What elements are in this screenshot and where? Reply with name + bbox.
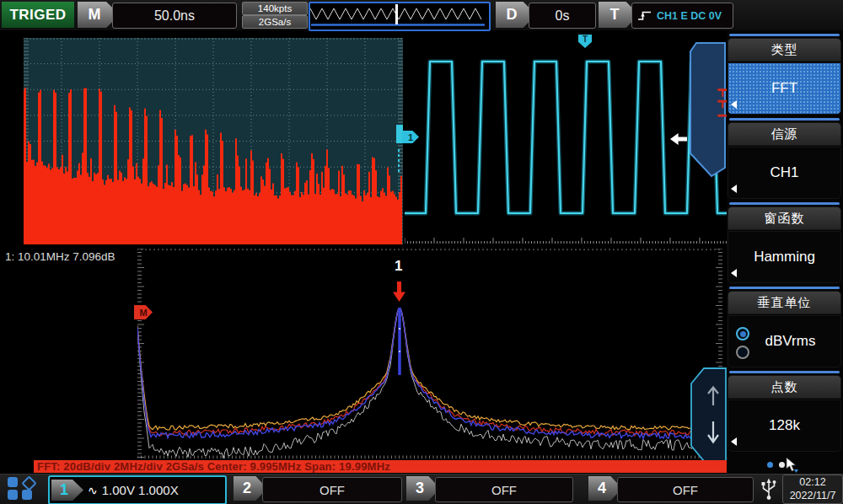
menu-value-label: FFT — [771, 80, 797, 97]
radio-unselected[interactable] — [736, 346, 749, 359]
trigger-source-label: CH1 E DC 0V — [657, 10, 722, 22]
rising-edge-icon — [637, 9, 652, 22]
channel1-number-badge: 1 — [51, 480, 83, 501]
apps-grid-icon[interactable] — [7, 477, 44, 501]
datetime-display[interactable]: 02:12 2022/11/7 — [782, 475, 843, 504]
menu-group-title: 信源 — [728, 122, 841, 146]
sidebar-item-source[interactable]: 信源 CH1 — [728, 118, 841, 199]
menu-group-value[interactable]: 128k — [728, 399, 841, 452]
menu-group-value[interactable]: dBVrms — [728, 315, 841, 367]
clock-time: 02:12 — [783, 476, 842, 490]
accent-strip — [729, 202, 840, 205]
menu-group-title: 窗函数 — [728, 206, 841, 230]
coupling-glyph-icon: ∿ — [88, 484, 98, 497]
accent-strip — [729, 287, 840, 289]
accent-strip — [729, 34, 840, 36]
svg-text:FFT: FFT — [714, 88, 727, 122]
menu-value-label: 128k — [769, 417, 800, 434]
usb-trident-icon — [759, 476, 779, 501]
channel3-status[interactable]: OFF — [435, 477, 573, 502]
clock-date: 2022/11/7 — [783, 490, 842, 503]
vertical-scroll-widget[interactable] — [690, 367, 727, 462]
sidebar-item-type[interactable]: 类型 FFT — [728, 34, 841, 115]
mouse-pointer-icon — [786, 457, 799, 474]
sidebar-item-vertical-unit[interactable]: 垂直单位 dBVrms — [728, 287, 841, 367]
left-triangle-icon — [731, 185, 737, 193]
sidebar-item-points[interactable]: 点数 128k — [728, 371, 841, 452]
left-triangle-icon — [731, 269, 737, 277]
menu-group-value[interactable]: FFT — [728, 62, 841, 115]
radio-selected[interactable] — [736, 327, 749, 340]
channel1-scale-label: 1.00V 1.000X — [102, 483, 179, 497]
timebase-value[interactable]: 50.0ns — [112, 3, 237, 29]
preview-wave-icon — [310, 3, 486, 26]
fft-main-plot — [137, 249, 722, 459]
menu-group-title: 点数 — [728, 375, 841, 399]
menu-group-title: 类型 — [728, 38, 841, 62]
sidebar-item-window-function[interactable]: 窗函数 Hamming — [728, 202, 841, 283]
menu-value-label: dBVrms — [765, 333, 816, 350]
trigger-status-badge: TRIGED — [2, 2, 74, 28]
menu-group-value[interactable]: Hamming — [728, 231, 841, 283]
channel4-status[interactable]: OFF — [617, 477, 754, 502]
menu-group-value[interactable]: CH1 — [728, 147, 841, 199]
left-triangle-icon — [731, 100, 737, 109]
channel2-status[interactable]: OFF — [262, 477, 402, 502]
peak-measurement-readout: 1: 10.01MHz 7.096dB — [5, 250, 115, 263]
menu-value-label: Hamming — [754, 249, 815, 265]
memory-depth-badge: 140kpts — [242, 2, 308, 15]
delay-value[interactable]: 0s — [529, 3, 596, 29]
fft-mode-tab[interactable]: FFT — [689, 41, 727, 178]
peak-marker-label: 1 — [395, 258, 402, 275]
page-dot-active[interactable] — [767, 462, 773, 468]
menu-value-label: CH1 — [770, 164, 798, 181]
waveform-preview-strip[interactable] — [309, 2, 491, 31]
accent-strip — [729, 118, 840, 121]
channel1-widget[interactable]: 1 ∿ 1.00V 1.000X — [48, 475, 227, 504]
page-dot-inactive[interactable] — [779, 462, 785, 468]
trigger-settings[interactable]: CH1 E DC 0V — [631, 3, 733, 29]
sample-rate-badge: 2GSa/s — [242, 15, 308, 29]
accent-strip — [729, 371, 840, 373]
fft-status-bar: FFT: 20dB/div 2MHz/div 2GSa/s Center: 9.… — [34, 460, 730, 473]
fft-zoom-window — [24, 38, 403, 244]
left-triangle-icon — [731, 437, 737, 446]
menu-group-title: 垂直单位 — [728, 291, 841, 314]
